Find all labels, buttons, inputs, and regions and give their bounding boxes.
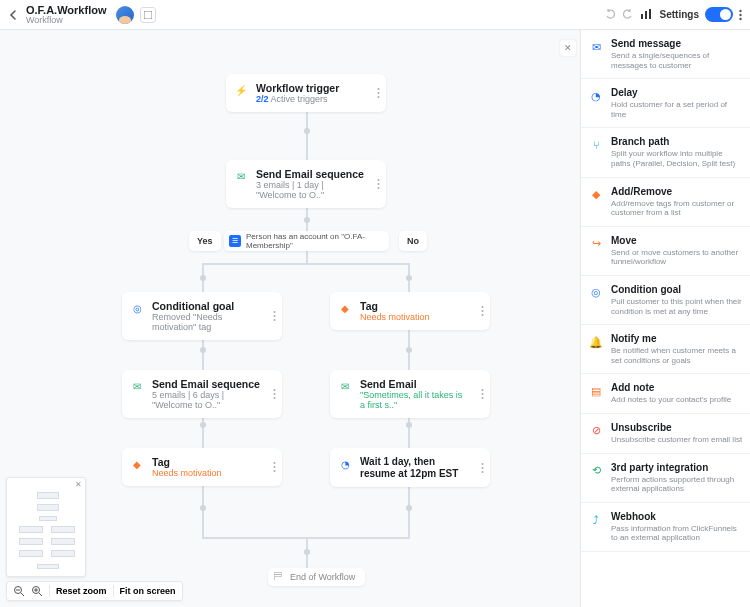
svg-rect-3 — [649, 9, 651, 19]
node-conditional-goal[interactable]: ◎ Conditional goal Removed "Needs motiva… — [122, 292, 282, 340]
sidebar-item-add-note[interactable]: ▤Add noteAdd notes to your contact's pro… — [581, 374, 750, 414]
sidebar-item-desc: Send a single/sequences of messages to c… — [611, 51, 744, 70]
svg-point-20 — [274, 393, 276, 395]
page-subtitle: Workflow — [26, 16, 106, 25]
svg-point-28 — [482, 463, 484, 465]
svg-line-32 — [21, 593, 24, 596]
workflow-canvas[interactable]: ✕ ⚡ Workflow trigger 2/2 Active triggers — [0, 30, 580, 607]
actions-sidebar: ✉Send messageSend a single/sequences of … — [580, 30, 750, 607]
zoom-in-icon[interactable] — [31, 585, 43, 597]
node-menu-icon[interactable] — [273, 389, 276, 400]
sidebar-item-desc: Be notified when customer meets a set co… — [611, 346, 744, 365]
node-wait[interactable]: ◔ Wait 1 day, then resume at 12pm EST — [330, 448, 490, 487]
redo-icon[interactable] — [622, 6, 634, 24]
sidebar-item-condition-goal[interactable]: ◎Condition goalPull customer to this poi… — [581, 276, 750, 325]
reset-zoom-button[interactable]: Reset zoom — [56, 586, 107, 596]
svg-point-16 — [482, 306, 484, 308]
node-send-email-sequence-1[interactable]: ✉ Send Email sequence 3 emails | 1 day |… — [226, 160, 386, 208]
svg-point-14 — [274, 315, 276, 317]
node-menu-icon[interactable] — [273, 311, 276, 322]
goal-icon: ◎ — [588, 285, 604, 301]
mail-stack-icon: ✉ — [130, 379, 144, 393]
bell-icon: 🔔 — [588, 334, 604, 350]
svg-point-19 — [274, 389, 276, 391]
svg-point-12 — [378, 187, 380, 189]
node-menu-icon[interactable] — [481, 462, 484, 473]
sidebar-item-desc: Split your workflow into multiple paths … — [611, 149, 744, 168]
avatar[interactable] — [116, 6, 134, 24]
svg-point-30 — [482, 471, 484, 473]
sidebar-item-move[interactable]: ↪MoveSend or move customers to another f… — [581, 227, 750, 276]
svg-point-22 — [482, 389, 484, 391]
zoom-out-icon[interactable] — [13, 585, 25, 597]
svg-line-35 — [39, 593, 42, 596]
sidebar-item-title: Webhook — [611, 511, 744, 523]
sidebar-item-title: Unsubscribe — [611, 422, 744, 434]
account-icon: ☰ — [229, 235, 241, 247]
svg-point-15 — [274, 319, 276, 321]
svg-point-29 — [482, 467, 484, 469]
node-tag-1[interactable]: ◆ Tag Needs motivation — [330, 292, 490, 330]
sidebar-item-desc: Unsubscribe customer from email list — [611, 435, 744, 445]
node-title: Tag — [360, 300, 468, 312]
svg-point-11 — [378, 183, 380, 185]
svg-rect-2 — [645, 11, 647, 19]
sidebar-item--rd-party-integration[interactable]: ⟲3rd party integrationPerform actions su… — [581, 454, 750, 503]
svg-point-17 — [482, 310, 484, 312]
sidebar-item-branch-path[interactable]: ⑂Branch pathSplit your workflow into mul… — [581, 128, 750, 177]
hook-icon: ⤴ — [588, 512, 604, 528]
node-send-email[interactable]: ✉ Send Email "Sometimes, all it takes is… — [330, 370, 490, 418]
settings-button[interactable]: Settings — [660, 9, 699, 20]
node-title: Workflow trigger — [256, 82, 364, 94]
branch-icon: ⑂ — [588, 137, 604, 153]
svg-point-24 — [482, 397, 484, 399]
sidebar-item-title: Add note — [611, 382, 744, 394]
page-title: O.F.A.Workflow — [26, 5, 106, 16]
svg-point-9 — [378, 96, 380, 98]
back-arrow-icon[interactable] — [8, 9, 20, 21]
goal-icon: ◎ — [130, 301, 144, 315]
node-menu-icon[interactable] — [377, 179, 380, 190]
sidebar-item-desc: Hold customer for a set period of time — [611, 100, 744, 119]
node-title: Send Email sequence — [256, 168, 364, 180]
sidebar-item-unsubscribe[interactable]: ⊘UnsubscribeUnsubscribe customer from em… — [581, 414, 750, 454]
app-header: O.F.A.Workflow Workflow Settings — [0, 0, 750, 30]
fit-screen-button[interactable]: Fit on screen — [120, 586, 176, 596]
expand-icon[interactable] — [140, 7, 156, 23]
mail-icon: ✉ — [338, 379, 352, 393]
enable-toggle[interactable] — [705, 7, 733, 22]
sidebar-item-send-message[interactable]: ✉Send messageSend a single/sequences of … — [581, 30, 750, 79]
branch-label-no[interactable]: No — [399, 231, 427, 251]
node-menu-icon[interactable] — [273, 462, 276, 473]
node-menu-icon[interactable] — [377, 88, 380, 99]
sidebar-item-title: Send message — [611, 38, 744, 50]
node-menu-icon[interactable] — [481, 306, 484, 317]
node-title: Send Email — [360, 378, 468, 390]
branch-label-yes[interactable]: Yes — [189, 231, 221, 251]
svg-point-23 — [482, 393, 484, 395]
sidebar-item-desc: Perform actions supported through extern… — [611, 475, 744, 494]
node-menu-icon[interactable] — [481, 389, 484, 400]
svg-point-21 — [274, 397, 276, 399]
minimap-close-icon[interactable]: ✕ — [75, 480, 82, 489]
analytics-icon[interactable] — [640, 8, 654, 22]
sidebar-item-title: Add/Remove — [611, 186, 744, 198]
plug-icon: ⟲ — [588, 463, 604, 479]
node-tag-2[interactable]: ◆ Tag Needs motivation — [122, 448, 282, 486]
decision-condition[interactable]: ☰ Person has an account on "O.FA-Members… — [224, 231, 389, 251]
minimap[interactable]: ✕ — [6, 477, 86, 577]
sidebar-item-delay[interactable]: ◔DelayHold customer for a set period of … — [581, 79, 750, 128]
more-menu-icon[interactable] — [739, 9, 742, 21]
sidebar-item-desc: Add/remove tags from customer or custome… — [611, 199, 744, 218]
node-workflow-trigger[interactable]: ⚡ Workflow trigger 2/2 Active triggers — [226, 74, 386, 112]
sidebar-item-title: Move — [611, 235, 744, 247]
sidebar-item-title: Notify me — [611, 333, 744, 345]
undo-icon[interactable] — [604, 6, 616, 24]
svg-point-18 — [482, 314, 484, 316]
note-icon: ▤ — [588, 383, 604, 399]
svg-point-25 — [274, 462, 276, 464]
sidebar-item-add-remove[interactable]: ◆Add/RemoveAdd/remove tags from customer… — [581, 178, 750, 227]
node-send-email-sequence-2[interactable]: ✉ Send Email sequence 5 emails | 6 days … — [122, 370, 282, 418]
sidebar-item-webhook[interactable]: ⤴WebhookPass information from ClickFunne… — [581, 503, 750, 552]
sidebar-item-notify-me[interactable]: 🔔Notify meBe notified when customer meet… — [581, 325, 750, 374]
